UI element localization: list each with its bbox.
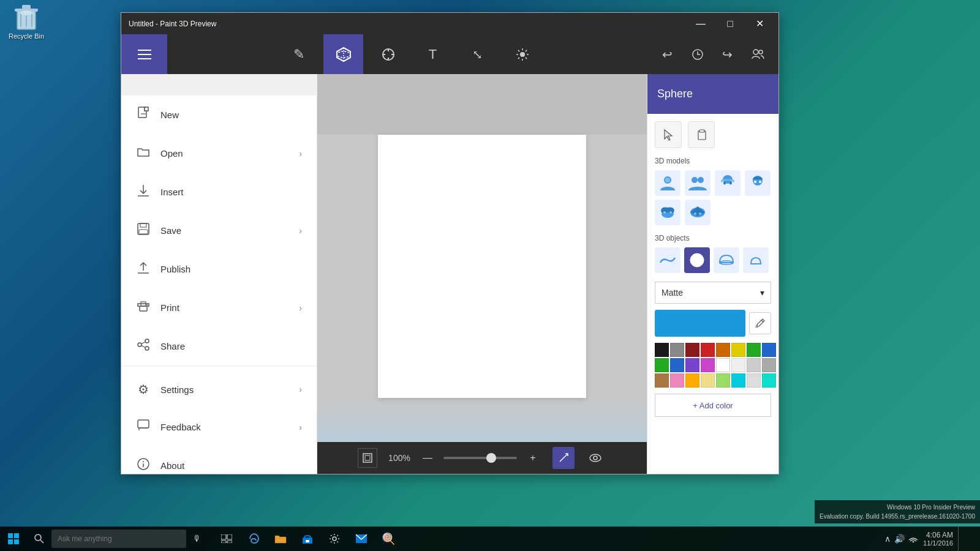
system-clock[interactable]: 4:06 AM 11/1/2016 <box>923 531 958 547</box>
color-light-yellow[interactable] <box>701 373 715 388</box>
zoom-out-button[interactable]: — <box>418 448 437 468</box>
color-green[interactable] <box>747 343 761 357</box>
menu-item-share[interactable]: Share <box>121 327 317 365</box>
menu-open-label: Open <box>160 148 289 159</box>
maximize-button[interactable]: □ <box>716 13 744 34</box>
store-button[interactable] <box>294 527 321 551</box>
search-input[interactable] <box>51 530 186 548</box>
start-button[interactable] <box>0 527 27 551</box>
redo-button[interactable]: ↪ <box>714 40 741 68</box>
color-blue2[interactable] <box>670 358 684 372</box>
color-light-gray[interactable] <box>731 358 745 372</box>
object-item-wave[interactable] <box>655 247 680 273</box>
color-gray[interactable] <box>670 343 684 357</box>
text-tool-button[interactable]: T <box>413 34 453 74</box>
color-very-light[interactable] <box>747 373 761 388</box>
color-green2[interactable] <box>655 358 669 372</box>
menu-item-settings[interactable]: ⚙ Settings › <box>121 371 317 408</box>
color-brown[interactable] <box>655 373 669 388</box>
taskbar-settings-button[interactable] <box>321 527 348 551</box>
add-color-button[interactable]: + Add color <box>655 394 771 417</box>
model-item-1[interactable] <box>655 170 680 196</box>
color-dark-red[interactable] <box>685 343 699 357</box>
3d-tool-button[interactable] <box>323 34 363 74</box>
menu-item-about[interactable]: About <box>121 446 317 474</box>
show-desktop-button[interactable] <box>958 527 980 551</box>
color-blue[interactable] <box>762 343 776 357</box>
volume-icon[interactable]: 🔊 <box>894 534 905 544</box>
candy-crush-button[interactable]: 🍭 <box>375 527 402 551</box>
menu-item-print[interactable]: Print › <box>121 288 317 327</box>
model-item-6[interactable] <box>685 200 710 225</box>
svg-point-15 <box>520 52 525 57</box>
undo-button[interactable]: ↩ <box>654 40 681 68</box>
edit-mode-button[interactable] <box>552 447 575 469</box>
color-light-green[interactable] <box>716 373 730 388</box>
taskbar: 🎙 <box>0 527 980 551</box>
collaborate-button[interactable] <box>744 40 771 68</box>
transform-tool-button[interactable]: ⤡ <box>458 34 497 74</box>
minimize-button[interactable]: — <box>687 13 715 34</box>
svg-point-60 <box>665 178 670 182</box>
color-gold[interactable] <box>685 373 699 388</box>
menu-item-feedback[interactable]: Feedback › <box>121 408 317 446</box>
drawing-canvas[interactable] <box>378 135 586 398</box>
color-pink2[interactable] <box>670 373 684 388</box>
effects-tool-button[interactable] <box>502 34 542 74</box>
brush-tool-button[interactable]: ✎ <box>279 34 318 74</box>
mail-button[interactable] <box>348 527 375 551</box>
color-white[interactable] <box>716 358 730 372</box>
color-black[interactable] <box>655 343 669 357</box>
menu-item-save[interactable]: Save › <box>121 211 317 250</box>
color-dark-gray[interactable] <box>762 358 776 372</box>
model-item-3[interactable] <box>715 170 741 196</box>
color-pink[interactable] <box>701 358 715 372</box>
history-button[interactable] <box>684 40 711 68</box>
main-window: Untitled - Paint 3D Preview — □ ✕ ✎ <box>121 12 779 474</box>
canvas-bottom <box>317 398 647 442</box>
material-dropdown[interactable]: Matte ▾ <box>655 282 771 304</box>
svg-rect-32 <box>138 223 149 234</box>
search-icon-button[interactable] <box>27 527 51 551</box>
recycle-bin[interactable]: Recycle Bin <box>5 4 48 40</box>
color-orange[interactable] <box>716 343 730 357</box>
zoom-slider[interactable] <box>443 457 517 459</box>
menu-item-publish[interactable]: Publish <box>121 250 317 288</box>
color-yellow[interactable] <box>731 343 745 357</box>
cursor-tool-button[interactable] <box>655 121 682 148</box>
microphone-button[interactable]: 🎙 <box>186 527 208 551</box>
main-color-swatch[interactable] <box>655 310 745 337</box>
network-icon[interactable] <box>908 534 918 544</box>
file-explorer-button[interactable] <box>267 527 294 551</box>
menu-item-new[interactable]: New <box>121 96 317 134</box>
window-controls: — □ ✕ <box>687 13 774 34</box>
zoom-in-button[interactable]: + <box>523 448 543 468</box>
color-cyan[interactable] <box>731 373 745 388</box>
color-purple[interactable] <box>685 358 699 372</box>
color-teal[interactable] <box>762 373 776 388</box>
paste-tool-button[interactable] <box>688 121 715 148</box>
menu-item-open[interactable]: Open › <box>121 134 317 173</box>
fit-to-screen-button[interactable] <box>358 448 377 468</box>
model-item-2[interactable] <box>685 170 710 196</box>
color-mid-gray[interactable] <box>747 358 761 372</box>
view-mode-button[interactable] <box>584 447 606 469</box>
model-item-4[interactable] <box>745 170 771 196</box>
select-tool-button[interactable] <box>368 34 408 74</box>
menu-item-insert[interactable]: Insert <box>121 173 317 211</box>
model-item-5[interactable] <box>655 200 680 225</box>
color-red[interactable] <box>701 343 715 357</box>
task-view-button[interactable] <box>213 527 240 551</box>
svg-rect-37 <box>140 306 147 311</box>
object-item-sphere[interactable] <box>684 247 710 273</box>
up-arrow-icon[interactable]: ∧ <box>884 534 891 544</box>
object-item-half[interactable] <box>714 247 739 273</box>
eyedropper-button[interactable] <box>749 312 771 334</box>
object-item-small[interactable] <box>743 247 769 273</box>
feedback-arrow-icon: › <box>299 422 302 432</box>
close-button[interactable]: ✕ <box>745 13 774 34</box>
hamburger-button[interactable] <box>121 34 167 74</box>
insert-icon <box>136 184 151 200</box>
edge-browser-button[interactable] <box>240 527 267 551</box>
taskbar-app-icons: 🍭 <box>213 527 402 551</box>
